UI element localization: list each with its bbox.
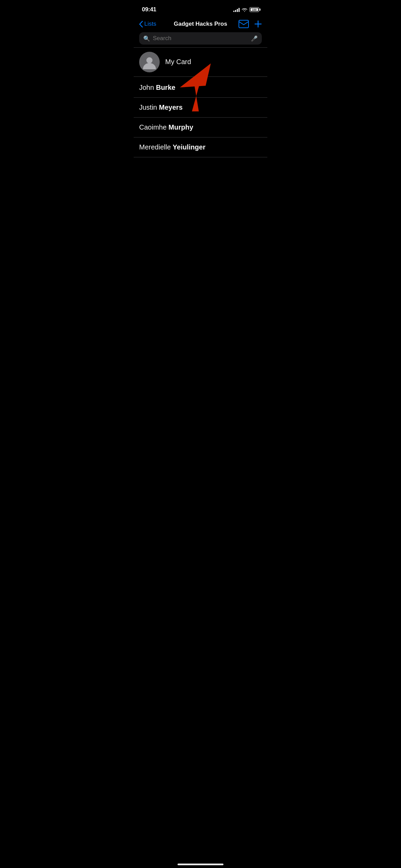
status-time: 09:41: [142, 6, 156, 13]
add-contact-button[interactable]: [254, 20, 262, 28]
plus-icon: [254, 20, 262, 28]
battery-icon: 100: [250, 7, 259, 12]
contact-name: Meredielle Yeiulinger: [139, 143, 205, 151]
divider-mycard: [134, 76, 267, 77]
contact-name: John Burke: [139, 84, 175, 91]
nav-actions: [234, 20, 262, 28]
chevron-left-icon: [139, 21, 143, 27]
contact-item-caoimhe-murphy[interactable]: Caoimhe Murphy: [134, 118, 267, 137]
wifi-icon: [242, 8, 247, 12]
contact-name: Justin Meyers: [139, 104, 183, 111]
contact-list: John Burke Justin Meyers Caoimhe Murphy …: [134, 78, 267, 157]
status-icons: 100: [233, 7, 259, 12]
search-bar: 🔍 🎤: [139, 32, 262, 45]
nav-title: Gadget Hacks Pros: [167, 21, 234, 27]
person-icon: [142, 55, 157, 69]
contact-item-john-burke[interactable]: John Burke: [134, 78, 267, 98]
search-input[interactable]: [153, 35, 248, 42]
search-container: 🔍 🎤: [134, 32, 267, 47]
contact-item-justin-meyers[interactable]: Justin Meyers: [134, 98, 267, 118]
my-card[interactable]: My Card: [134, 48, 267, 76]
contact-name: Caoimhe Murphy: [139, 123, 193, 131]
back-button[interactable]: Lists: [139, 21, 167, 27]
send-email-button[interactable]: [239, 20, 249, 28]
my-card-label: My Card: [165, 58, 191, 66]
svg-point-3: [146, 57, 153, 63]
svg-rect-0: [239, 20, 248, 28]
microphone-icon[interactable]: 🎤: [251, 35, 258, 42]
nav-header: Lists Gadget Hacks Pros: [134, 17, 267, 32]
status-bar: 09:41 100: [134, 0, 267, 17]
back-label: Lists: [144, 21, 156, 27]
envelope-icon: [239, 20, 249, 28]
signal-icon: [233, 8, 240, 12]
search-icon: 🔍: [143, 35, 150, 42]
avatar: [139, 52, 160, 72]
contact-item-meredielle-yeiulinger[interactable]: Meredielle Yeiulinger: [134, 137, 267, 157]
